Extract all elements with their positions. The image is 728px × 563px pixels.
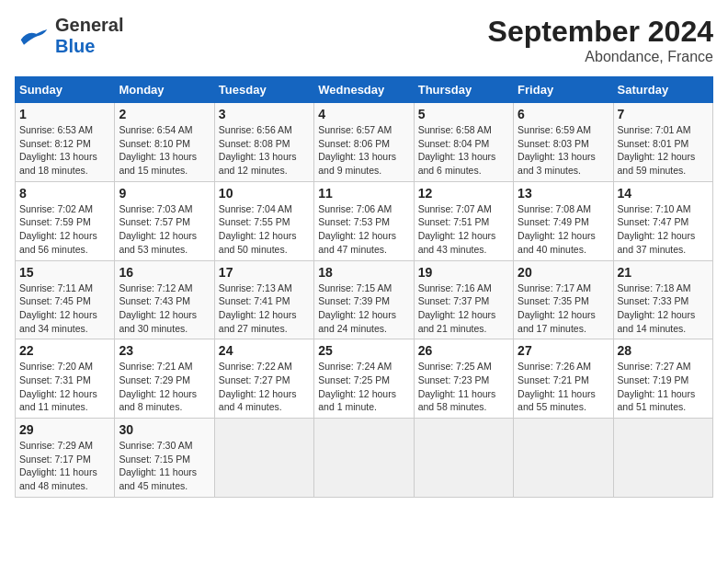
calendar-week-3: 15Sunrise: 7:11 AMSunset: 7:45 PMDayligh…	[16, 260, 713, 339]
calendar-week-2: 8Sunrise: 7:02 AMSunset: 7:59 PMDaylight…	[16, 181, 713, 260]
calendar-cell	[414, 419, 513, 498]
calendar-cell: 24Sunrise: 7:22 AMSunset: 7:27 PMDayligh…	[214, 339, 313, 419]
calendar-cell: 2Sunrise: 6:54 AMSunset: 8:10 PMDaylight…	[115, 103, 214, 182]
calendar-cell: 5Sunrise: 6:58 AMSunset: 8:04 PMDaylight…	[414, 103, 513, 182]
day-number: 4	[318, 107, 409, 121]
calendar-table: Sunday Monday Tuesday Wednesday Thursday…	[15, 76, 713, 498]
day-info: Sunrise: 7:22 AMSunset: 7:27 PMDaylight:…	[219, 360, 310, 414]
calendar-cell: 12Sunrise: 7:07 AMSunset: 7:51 PMDayligh…	[414, 181, 513, 260]
day-number: 12	[418, 186, 509, 201]
col-tuesday: Tuesday	[214, 77, 313, 103]
day-info: Sunrise: 7:29 AMSunset: 7:17 PMDaylight:…	[19, 439, 110, 493]
calendar-cell: 13Sunrise: 7:08 AMSunset: 7:49 PMDayligh…	[514, 181, 613, 260]
calendar-cell: 28Sunrise: 7:27 AMSunset: 7:19 PMDayligh…	[613, 339, 712, 419]
day-info: Sunrise: 7:10 AMSunset: 7:47 PMDaylight:…	[618, 202, 709, 257]
day-number: 11	[318, 186, 409, 201]
col-sunday: Sunday	[16, 77, 115, 103]
day-info: Sunrise: 7:02 AMSunset: 7:59 PMDaylight:…	[19, 202, 110, 257]
day-number: 6	[518, 107, 609, 121]
day-info: Sunrise: 6:54 AMSunset: 8:10 PMDaylight:…	[119, 123, 210, 178]
day-info: Sunrise: 7:01 AMSunset: 8:01 PMDaylight:…	[618, 123, 709, 178]
day-number: 24	[219, 343, 310, 358]
day-info: Sunrise: 7:12 AMSunset: 7:43 PMDaylight:…	[119, 282, 210, 336]
calendar-cell: 26Sunrise: 7:25 AMSunset: 7:23 PMDayligh…	[414, 339, 513, 419]
day-number: 29	[19, 422, 110, 437]
calendar-cell: 9Sunrise: 7:03 AMSunset: 7:57 PMDaylight…	[115, 181, 214, 260]
calendar-cell: 18Sunrise: 7:15 AMSunset: 7:39 PMDayligh…	[314, 260, 414, 339]
day-number: 2	[119, 107, 210, 121]
day-number: 23	[119, 343, 210, 358]
day-info: Sunrise: 7:30 AMSunset: 7:15 PMDaylight:…	[119, 439, 210, 493]
day-number: 13	[518, 186, 609, 201]
calendar-cell: 22Sunrise: 7:20 AMSunset: 7:31 PMDayligh…	[16, 339, 115, 419]
day-number: 21	[618, 265, 709, 280]
day-info: Sunrise: 7:06 AMSunset: 7:53 PMDaylight:…	[318, 202, 409, 257]
page-subtitle: Abondance, France	[488, 49, 713, 65]
calendar-cell	[514, 419, 613, 498]
calendar-week-5: 29Sunrise: 7:29 AMSunset: 7:17 PMDayligh…	[16, 419, 713, 498]
day-number: 8	[19, 186, 110, 201]
calendar-cell: 10Sunrise: 7:04 AMSunset: 7:55 PMDayligh…	[214, 181, 313, 260]
calendar-cell: 29Sunrise: 7:29 AMSunset: 7:17 PMDayligh…	[16, 419, 115, 498]
day-info: Sunrise: 7:16 AMSunset: 7:37 PMDaylight:…	[418, 282, 509, 336]
day-info: Sunrise: 7:11 AMSunset: 7:45 PMDaylight:…	[19, 282, 110, 336]
day-number: 14	[618, 186, 709, 201]
calendar-cell: 4Sunrise: 6:57 AMSunset: 8:06 PMDaylight…	[314, 103, 414, 182]
calendar-cell	[613, 419, 712, 498]
day-number: 27	[518, 343, 609, 358]
day-info: Sunrise: 7:18 AMSunset: 7:33 PMDaylight:…	[618, 282, 709, 336]
day-number: 16	[119, 265, 210, 280]
day-info: Sunrise: 6:57 AMSunset: 8:06 PMDaylight:…	[318, 123, 409, 178]
day-number: 19	[418, 265, 509, 280]
calendar-cell: 17Sunrise: 7:13 AMSunset: 7:41 PMDayligh…	[214, 260, 313, 339]
calendar-cell: 19Sunrise: 7:16 AMSunset: 7:37 PMDayligh…	[414, 260, 513, 339]
day-number: 3	[219, 107, 310, 121]
calendar-cell: 8Sunrise: 7:02 AMSunset: 7:59 PMDaylight…	[16, 181, 115, 260]
logo: General Blue	[15, 15, 123, 57]
logo-icon	[15, 28, 51, 46]
calendar-cell	[214, 419, 313, 498]
calendar-cell: 14Sunrise: 7:10 AMSunset: 7:47 PMDayligh…	[613, 181, 712, 260]
day-number: 17	[219, 265, 310, 280]
calendar-cell: 20Sunrise: 7:17 AMSunset: 7:35 PMDayligh…	[514, 260, 613, 339]
title-block: September 2024 Abondance, France	[488, 15, 713, 65]
day-number: 15	[19, 265, 110, 280]
day-info: Sunrise: 7:20 AMSunset: 7:31 PMDaylight:…	[19, 360, 110, 414]
day-number: 10	[219, 186, 310, 201]
day-number: 7	[618, 107, 709, 121]
calendar-cell: 16Sunrise: 7:12 AMSunset: 7:43 PMDayligh…	[115, 260, 214, 339]
calendar-cell: 25Sunrise: 7:24 AMSunset: 7:25 PMDayligh…	[314, 339, 414, 419]
col-thursday: Thursday	[414, 77, 513, 103]
day-info: Sunrise: 6:59 AMSunset: 8:03 PMDaylight:…	[518, 123, 609, 178]
calendar-cell: 7Sunrise: 7:01 AMSunset: 8:01 PMDaylight…	[613, 103, 712, 182]
col-friday: Friday	[514, 77, 613, 103]
page-header: General Blue September 2024 Abondance, F…	[15, 15, 713, 65]
day-number: 26	[418, 343, 509, 358]
logo-text: General Blue	[55, 15, 123, 57]
day-info: Sunrise: 7:24 AMSunset: 7:25 PMDaylight:…	[318, 360, 409, 414]
col-wednesday: Wednesday	[314, 77, 414, 103]
calendar-cell: 1Sunrise: 6:53 AMSunset: 8:12 PMDaylight…	[16, 103, 115, 182]
day-info: Sunrise: 7:25 AMSunset: 7:23 PMDaylight:…	[418, 360, 509, 414]
calendar-cell: 30Sunrise: 7:30 AMSunset: 7:15 PMDayligh…	[115, 419, 214, 498]
calendar-header-row: Sunday Monday Tuesday Wednesday Thursday…	[16, 77, 713, 103]
day-info: Sunrise: 6:53 AMSunset: 8:12 PMDaylight:…	[19, 123, 110, 178]
day-number: 25	[318, 343, 409, 358]
day-number: 28	[618, 343, 709, 358]
day-number: 30	[119, 422, 210, 437]
day-number: 20	[518, 265, 609, 280]
page-title: September 2024	[488, 15, 713, 49]
day-info: Sunrise: 7:17 AMSunset: 7:35 PMDaylight:…	[518, 282, 609, 336]
calendar-cell: 6Sunrise: 6:59 AMSunset: 8:03 PMDaylight…	[514, 103, 613, 182]
day-info: Sunrise: 7:27 AMSunset: 7:19 PMDaylight:…	[618, 360, 709, 414]
day-number: 22	[19, 343, 110, 358]
calendar-cell: 3Sunrise: 6:56 AMSunset: 8:08 PMDaylight…	[214, 103, 313, 182]
day-info: Sunrise: 6:56 AMSunset: 8:08 PMDaylight:…	[219, 123, 310, 178]
calendar-week-1: 1Sunrise: 6:53 AMSunset: 8:12 PMDaylight…	[16, 103, 713, 182]
day-info: Sunrise: 7:08 AMSunset: 7:49 PMDaylight:…	[518, 202, 609, 257]
day-info: Sunrise: 7:04 AMSunset: 7:55 PMDaylight:…	[219, 202, 310, 257]
calendar-cell: 11Sunrise: 7:06 AMSunset: 7:53 PMDayligh…	[314, 181, 414, 260]
day-info: Sunrise: 7:21 AMSunset: 7:29 PMDaylight:…	[119, 360, 210, 414]
day-number: 1	[19, 107, 110, 121]
col-monday: Monday	[115, 77, 214, 103]
